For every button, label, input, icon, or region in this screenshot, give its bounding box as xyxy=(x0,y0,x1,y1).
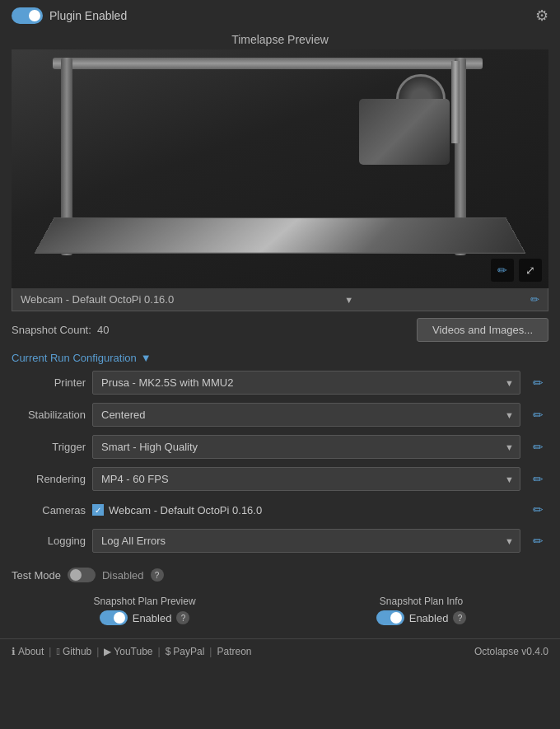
snapshot-plan-preview-panel: Snapshot Plan Preview Enabled ? xyxy=(94,596,196,625)
rendering-select[interactable]: MP4 - 60 FPS xyxy=(92,467,520,491)
sep1: | xyxy=(49,646,51,657)
printer-arm xyxy=(451,61,460,143)
sep4: | xyxy=(209,646,212,657)
logging-label: Logging xyxy=(12,535,86,547)
test-mode-label: Test Mode xyxy=(12,569,61,582)
test-mode-status: Disabled xyxy=(102,569,144,582)
timelapse-preview-image xyxy=(12,49,548,288)
rendering-select-wrap: MP4 - 60 FPS ▼ xyxy=(92,467,520,491)
webcam-edit-icon[interactable]: ✏ xyxy=(530,293,539,306)
rendering-edit-button[interactable]: ✏ xyxy=(527,469,548,490)
config-header-arrow: ▼ xyxy=(141,352,152,364)
snapshot-plan-info-panel: Snapshot Plan Info Enabled ? xyxy=(376,596,467,625)
printer-scene xyxy=(12,49,548,288)
cameras-label: Cameras xyxy=(12,504,86,516)
cameras-text: Webcam - Default OctoPi 0.16.0 xyxy=(109,504,262,516)
snapshot-plan-info-enabled-label: Enabled xyxy=(409,612,449,624)
preview-container: ⤢ ✏ xyxy=(12,49,548,288)
snapshot-plan-preview-toggle[interactable] xyxy=(100,610,128,625)
webcam-dropdown-arrow[interactable]: ▼ xyxy=(344,295,353,305)
footer-about-link[interactable]: ℹ About xyxy=(12,646,44,657)
footer-paypal-link[interactable]: $ PayPal xyxy=(166,646,205,657)
stabilization-edit-button[interactable]: ✏ xyxy=(527,404,548,426)
trigger-select[interactable]: Smart - High Quality xyxy=(92,435,520,459)
test-mode-toggle[interactable] xyxy=(68,568,96,582)
top-bar: Plugin Enabled ⚙ xyxy=(0,0,560,31)
info-icon: ℹ xyxy=(12,646,16,657)
config-header[interactable]: Current Run Configuration ▼ xyxy=(0,348,560,371)
printer-top-bar xyxy=(53,58,483,69)
sep2: | xyxy=(96,646,99,657)
snapshot-count: Snapshot Count: 40 xyxy=(12,324,110,336)
printer-select[interactable]: Prusa - MK2.5S with MMU2 xyxy=(92,371,520,395)
trigger-select-wrap: Smart - High Quality ▼ xyxy=(92,435,520,459)
test-mode-help-icon[interactable]: ? xyxy=(151,568,164,582)
snapshot-plan-info-help-icon[interactable]: ? xyxy=(453,611,466,624)
logging-select[interactable]: Log All Errors xyxy=(92,529,520,553)
webcam-label: Webcam - Default OctoPi 0.16.0 xyxy=(21,293,174,306)
config-header-label: Current Run Configuration xyxy=(12,352,137,364)
videos-images-button[interactable]: Videos and Images... xyxy=(417,318,548,342)
paypal-icon: $ xyxy=(166,646,171,657)
snapshot-plan-info-toggle[interactable] xyxy=(376,610,404,625)
webcam-bar: Webcam - Default OctoPi 0.16.0 ▼ ✏ xyxy=(12,288,548,311)
printer-bed xyxy=(35,217,526,253)
snapshot-plan-preview-toggle-row: Enabled ? xyxy=(100,610,190,625)
snapshot-plan-info-toggle-row: Enabled ? xyxy=(376,610,467,625)
settings-gear-icon[interactable]: ⚙ xyxy=(535,7,548,25)
github-icon:  xyxy=(56,646,59,657)
trigger-row: Trigger Smart - High Quality ▼ ✏ xyxy=(12,435,548,459)
info-bar: Snapshot Count: 40 Videos and Images... xyxy=(0,311,560,348)
plugin-enabled-label: Plugin Enabled xyxy=(49,9,127,22)
version-text: Octolapse v0.4.0 xyxy=(474,646,548,657)
footer-patreon-link[interactable]: Patreon xyxy=(217,646,251,657)
footer-github-link[interactable]:  Github xyxy=(56,646,91,657)
printer-label: Printer xyxy=(12,376,86,389)
stabilization-select-wrap: Centered ▼ xyxy=(92,403,520,427)
plugin-enabled-toggle[interactable] xyxy=(12,7,43,24)
printer-carriage xyxy=(359,99,450,165)
snapshot-plan-info-title: Snapshot Plan Info xyxy=(380,596,463,607)
trigger-edit-button[interactable]: ✏ xyxy=(527,437,548,458)
cameras-row: Cameras Webcam - Default OctoPi 0.16.0 ✏ xyxy=(12,499,548,521)
printer-edit-button[interactable]: ✏ xyxy=(527,372,548,394)
edit-preview-button[interactable]: ✏ xyxy=(491,259,514,282)
test-mode-row: Test Mode Disabled ? xyxy=(0,561,560,589)
expand-preview-button[interactable]: ⤢ xyxy=(519,259,542,282)
printer-row: Printer Prusa - MK2.5S with MMU2 ▼ ✏ xyxy=(12,371,548,395)
sep3: | xyxy=(158,646,161,657)
snapshot-plan-preview-title: Snapshot Plan Preview xyxy=(94,596,196,607)
cameras-value: Webcam - Default OctoPi 0.16.0 xyxy=(92,504,520,516)
preview-title: Timelapse Preview xyxy=(0,31,560,49)
stabilization-label: Stabilization xyxy=(12,409,86,421)
cameras-checkbox[interactable] xyxy=(92,504,104,516)
footer: ℹ About |  Github | ▶ YouTube | $ PayPa… xyxy=(0,638,560,664)
stabilization-row: Stabilization Centered ▼ ✏ xyxy=(12,403,548,427)
config-rows: Printer Prusa - MK2.5S with MMU2 ▼ ✏ Sta… xyxy=(0,371,560,553)
footer-links: ℹ About |  Github | ▶ YouTube | $ PayPa… xyxy=(12,646,252,657)
youtube-icon: ▶ xyxy=(104,646,111,657)
snapshot-plan-preview-help-icon[interactable]: ? xyxy=(176,611,189,624)
bottom-panels: Snapshot Plan Preview Enabled ? Snapshot… xyxy=(0,589,560,635)
cameras-edit-button[interactable]: ✏ xyxy=(527,499,548,521)
rendering-label: Rendering xyxy=(12,473,86,485)
printer-select-wrap: Prusa - MK2.5S with MMU2 ▼ xyxy=(92,371,520,395)
snapshot-plan-preview-enabled-label: Enabled xyxy=(133,612,172,624)
logging-edit-button[interactable]: ✏ xyxy=(527,530,548,552)
logging-row: Logging Log All Errors ▼ ✏ xyxy=(12,529,548,553)
footer-youtube-link[interactable]: ▶ YouTube xyxy=(104,646,152,657)
stabilization-select[interactable]: Centered xyxy=(92,403,520,427)
rendering-row: Rendering MP4 - 60 FPS ▼ ✏ xyxy=(12,467,548,491)
trigger-label: Trigger xyxy=(12,441,86,453)
logging-select-wrap: Log All Errors ▼ xyxy=(92,529,520,553)
plugin-enabled-section: Plugin Enabled xyxy=(12,7,127,24)
